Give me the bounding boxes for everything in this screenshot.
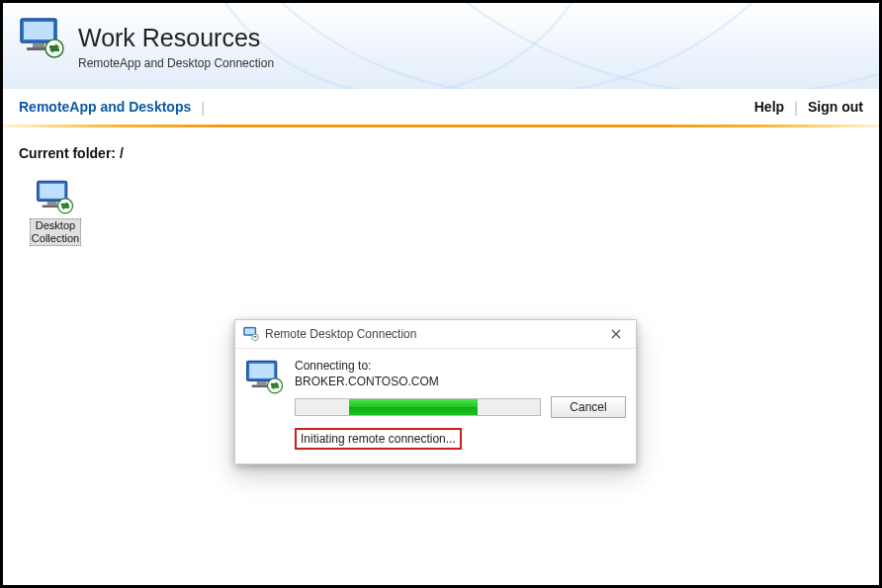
dialog-body: Connecting to: BROKER.CONTOSO.COM Cancel… (235, 349, 636, 463)
resource-desktop-collection[interactable]: DesktopCollection (19, 179, 92, 246)
monitor-rdp-icon (243, 326, 259, 342)
monitor-rdp-icon (245, 359, 285, 396)
dialog-titlebar[interactable]: Remote Desktop Connection (235, 320, 636, 349)
nav-separator: | (794, 99, 798, 116)
progress-row: Cancel (295, 396, 626, 418)
current-folder-label: Current folder: / (19, 145, 863, 161)
dialog-main: Connecting to: BROKER.CONTOSO.COM Cancel… (295, 359, 626, 450)
content-area: Current folder: / DesktopCollection (3, 127, 879, 264)
page-subtitle: RemoteApp and Desktop Connection (78, 56, 274, 70)
progress-bar (295, 398, 541, 416)
svg-rect-1 (24, 22, 53, 40)
signout-link[interactable]: Sign out (808, 99, 863, 115)
close-icon[interactable] (604, 324, 628, 344)
svg-rect-11 (245, 328, 255, 334)
rdweb-page: { "header": { "title": "Work Resources",… (0, 0, 882, 588)
svg-rect-7 (47, 202, 57, 205)
nav-right: Help | Sign out (754, 99, 863, 116)
nav-separator: | (201, 99, 205, 116)
nav-row: RemoteApp and Desktops | Help | Sign out (3, 89, 879, 125)
tab-remoteapp-desktops[interactable]: RemoteApp and Desktops (19, 99, 191, 115)
resource-label: DesktopCollection (30, 218, 81, 246)
dialog-title-text: Remote Desktop Connection (265, 327, 604, 341)
header-band: Work Resources RemoteApp and Desktop Con… (3, 3, 879, 89)
status-text-highlighted: Initiating remote connection... (295, 428, 462, 450)
cancel-button[interactable]: Cancel (551, 396, 626, 418)
progress-fill (349, 399, 478, 415)
svg-rect-6 (40, 184, 64, 199)
connecting-label: Connecting to: (295, 359, 626, 373)
svg-rect-2 (33, 43, 44, 47)
help-link[interactable]: Help (754, 99, 784, 115)
monitor-rdp-icon (36, 179, 75, 216)
connection-host: BROKER.CONTOSO.COM (295, 375, 626, 388)
monitor-rdp-icon (19, 17, 66, 60)
item-grid: DesktopCollection (19, 179, 863, 246)
svg-rect-14 (249, 364, 274, 378)
svg-rect-15 (257, 381, 267, 384)
rdc-dialog: Remote Desktop Connection Connecting to: (234, 319, 637, 464)
page-title: Work Resources (78, 24, 260, 52)
